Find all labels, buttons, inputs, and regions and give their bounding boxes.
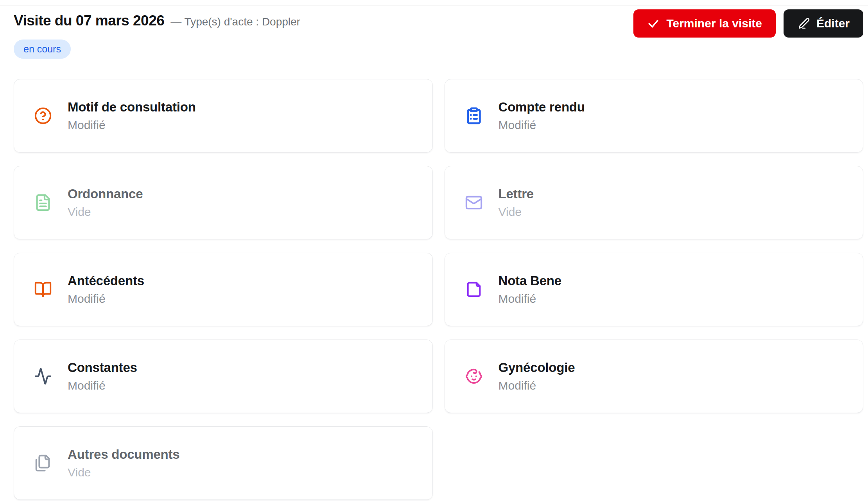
card-title: Compte rendu — [499, 100, 585, 115]
card-text: GynécologieModifié — [499, 360, 575, 392]
card-status: Modifié — [499, 379, 575, 392]
card-text: LettreVide — [499, 187, 534, 219]
card-title: Ordonnance — [68, 187, 143, 201]
circle-help-icon — [34, 107, 52, 125]
header-actions: Terminer la visite Éditer — [633, 9, 863, 38]
card-ordonnance[interactable]: OrdonnanceVide — [14, 166, 433, 239]
card-status: Modifié — [68, 292, 144, 305]
card-text: ConstantesModifié — [68, 360, 137, 392]
card-lettre[interactable]: LettreVide — [445, 166, 864, 239]
card-title: Gynécologie — [499, 360, 575, 375]
card-gynecologie[interactable]: GynécologieModifié — [445, 340, 864, 413]
visit-title-row: Visite du 07 mars 2026 — Type(s) d'acte … — [14, 9, 300, 29]
card-title: Autres documents — [68, 447, 180, 462]
finish-visit-label: Terminer la visite — [666, 17, 762, 30]
edit-label: Éditer — [816, 17, 850, 30]
card-text: AntécédentsModifié — [68, 273, 144, 305]
card-title: Nota Bene — [499, 273, 561, 288]
card-title: Antécédents — [68, 273, 144, 288]
page-title: Visite du 07 mars 2026 — [14, 13, 164, 29]
visit-page: Visite du 07 mars 2026 — Type(s) d'acte … — [0, 0, 868, 503]
card-compte-rendu[interactable]: Compte renduModifié — [445, 79, 864, 153]
pen-line-icon — [797, 17, 810, 30]
baby-icon — [465, 367, 483, 385]
finish-visit-button[interactable]: Terminer la visite — [633, 9, 776, 38]
card-title: Constantes — [68, 360, 137, 375]
card-title: Motif de consultation — [68, 100, 196, 115]
card-status: Modifié — [499, 119, 585, 132]
card-constantes[interactable]: ConstantesModifié — [14, 340, 433, 413]
visit-sections-grid: Motif de consultationModifiéCompte rendu… — [14, 79, 863, 500]
visit-header: Visite du 07 mars 2026 — Type(s) d'acte … — [14, 9, 863, 59]
card-autres-documents[interactable]: Autres documentsVide — [14, 426, 433, 500]
card-status: Vide — [68, 205, 143, 219]
card-text: Compte renduModifié — [499, 100, 585, 132]
card-status: Vide — [68, 466, 180, 479]
book-open-icon — [34, 280, 52, 298]
mail-icon — [465, 194, 483, 212]
status-badge: en cours — [14, 40, 71, 59]
card-status: Modifié — [68, 379, 137, 392]
card-motif-de-consultation[interactable]: Motif de consultationModifié — [14, 79, 433, 153]
file-text-icon — [34, 194, 52, 212]
files-icon — [34, 454, 52, 472]
card-text: Nota BeneModifié — [499, 273, 561, 305]
card-text: Autres documentsVide — [68, 447, 180, 479]
note-icon — [465, 280, 483, 298]
card-antecedents[interactable]: AntécédentsModifié — [14, 253, 433, 326]
card-status: Vide — [499, 205, 534, 219]
card-text: Motif de consultationModifié — [68, 100, 196, 132]
card-status: Modifié — [68, 119, 196, 132]
edit-button[interactable]: Éditer — [784, 9, 863, 38]
card-nota-bene[interactable]: Nota BeneModifié — [445, 253, 864, 326]
activity-icon — [34, 367, 52, 385]
top-divider — [0, 5, 868, 5]
card-title: Lettre — [499, 187, 534, 201]
card-text: OrdonnanceVide — [68, 187, 143, 219]
check-icon — [647, 17, 660, 30]
visit-act-type: — Type(s) d'acte : Doppler — [170, 16, 300, 28]
clipboard-list-icon — [465, 107, 483, 125]
card-status: Modifié — [499, 292, 561, 305]
